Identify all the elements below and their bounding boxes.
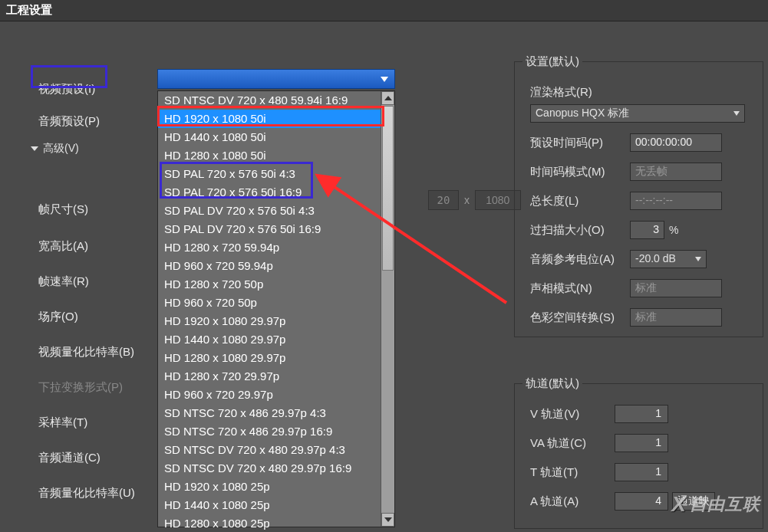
preset-option[interactable]: HD 1280 x 1080 29.97p xyxy=(158,349,381,367)
preset-option[interactable]: SD NTSC 720 x 486 29.97p 16:9 xyxy=(158,422,381,441)
preset-option[interactable]: HD 1280 x 1080 25p xyxy=(158,514,381,532)
advanced-label: 高级(V) xyxy=(43,142,79,156)
watermark-x-icon: X xyxy=(671,492,687,517)
colorspace-label: 色彩空间转换(S) xyxy=(530,310,630,325)
advanced-toggle[interactable]: 高级(V) xyxy=(31,142,79,156)
overscan-unit: % xyxy=(669,224,678,236)
field-order-label[interactable]: 场序(O) xyxy=(38,304,78,330)
settings-fieldset: 设置(默认) 渲染格式(R) Canopus HQX 标准 预设时间码(P) 0… xyxy=(514,61,763,337)
dropdown-scrollbar[interactable] xyxy=(381,91,394,527)
t-track-input[interactable]: 1 xyxy=(615,463,668,481)
width-input[interactable]: 20 xyxy=(428,190,459,210)
arrow-down-icon xyxy=(384,517,392,522)
video-preset-dropdown[interactable] xyxy=(157,69,395,89)
pulldown-label: 下拉变换形式(P) xyxy=(38,374,123,401)
preset-option[interactable]: HD 1280 x 720 59.94p xyxy=(158,238,381,257)
settings-legend: 设置(默认) xyxy=(522,54,582,69)
frame-rate-label[interactable]: 帧速率(R) xyxy=(38,268,89,295)
annotation-highlight-red xyxy=(157,106,384,126)
preset-timecode-label: 预设时间码(P) xyxy=(530,136,630,150)
a-track-input[interactable]: 4 xyxy=(615,492,668,511)
annotation-highlight-blue-2 xyxy=(160,162,313,199)
watermark-text: 自由互联 xyxy=(690,493,760,516)
watermark: X 自由互联 xyxy=(671,492,760,517)
preset-option[interactable]: HD 960 x 720 29.97p xyxy=(158,386,381,404)
x-separator: x xyxy=(464,194,470,206)
frame-size-label[interactable]: 帧尺寸(S) xyxy=(38,196,88,223)
sample-rate-label[interactable]: 采样率(T) xyxy=(38,409,87,436)
video-bitrate-label[interactable]: 视频量化比特率(B) xyxy=(38,339,134,366)
preset-option[interactable]: SD NTSC 720 x 486 29.97p 4:3 xyxy=(158,404,381,422)
preset-option[interactable]: SD NTSC DV 720 x 480 29.97p 16:9 xyxy=(158,459,381,478)
annotation-highlight-blue xyxy=(31,65,107,88)
preset-option[interactable]: SD NTSC DV 720 x 480 29.97p 4:3 xyxy=(158,441,381,459)
total-length-label: 总长度(L) xyxy=(530,194,630,209)
preset-option[interactable]: HD 1440 x 1080 29.97p xyxy=(158,330,381,349)
caret-down-icon xyxy=(31,146,38,151)
audio-bitrate-label[interactable]: 音频量化比特率(U) xyxy=(38,480,135,507)
render-format-label: 渲染格式(R) xyxy=(530,85,630,100)
preset-option[interactable]: HD 1920 x 1080 25p xyxy=(158,478,381,496)
va-track-label: VA 轨道(C) xyxy=(530,436,615,451)
window-title: 工程设置 xyxy=(0,0,768,21)
scroll-thumb[interactable] xyxy=(382,106,394,271)
a-track-label: A 轨道(A) xyxy=(530,494,615,509)
total-length-value: --:--:--:-- xyxy=(630,192,722,210)
arrow-up-icon xyxy=(384,96,392,100)
preset-dropdown-list: SD NTSC DV 720 x 480 59.94i 16:9HD 1920 … xyxy=(157,90,395,527)
overscan-input[interactable]: 3 xyxy=(630,221,664,239)
preset-option[interactable]: HD 1440 x 1080 25p xyxy=(158,496,381,514)
tc-mode-value: 无丢帧 xyxy=(630,163,722,181)
overscan-label: 过扫描大小(O) xyxy=(530,223,630,238)
v-track-label: V 轨道(V) xyxy=(530,407,615,422)
scroll-up-button[interactable] xyxy=(381,91,394,105)
v-track-input[interactable]: 1 xyxy=(615,405,668,423)
audio-ref-select[interactable]: -20.0 dB xyxy=(630,250,707,268)
preset-option[interactable]: HD 960 x 720 50p xyxy=(158,294,381,312)
tracks-legend: 轨道(默认) xyxy=(522,376,582,391)
pan-mode-label: 声相模式(N) xyxy=(530,281,630,296)
tc-mode-label: 时间码模式(M) xyxy=(530,165,630,179)
audio-preset-label[interactable]: 音频预设(P) xyxy=(38,108,100,135)
audio-channel-label[interactable]: 音频通道(C) xyxy=(38,445,101,471)
frame-size-inputs: 20 x 1080 xyxy=(426,190,523,210)
va-track-input[interactable]: 1 xyxy=(615,434,668,452)
aspect-ratio-label[interactable]: 宽高比(A) xyxy=(38,233,88,260)
preset-option[interactable]: HD 1440 x 1080 50i xyxy=(158,128,381,146)
t-track-label: T 轨道(T) xyxy=(530,465,615,480)
scroll-down-button[interactable] xyxy=(381,513,394,527)
preset-option[interactable]: HD 1280 x 720 50p xyxy=(158,275,381,294)
render-format-select[interactable]: Canopus HQX 标准 xyxy=(530,104,745,123)
colorspace-value: 标准 xyxy=(630,308,722,327)
preset-option[interactable]: HD 960 x 720 59.94p xyxy=(158,257,381,275)
preset-option[interactable]: SD PAL DV 720 x 576 50i 16:9 xyxy=(158,220,381,238)
audio-ref-label: 音频参考电位(A) xyxy=(530,252,630,267)
preset-option[interactable]: HD 1280 x 720 29.97p xyxy=(158,367,381,386)
preset-timecode-input[interactable]: 00:00:00:00 xyxy=(630,133,722,152)
pan-mode-value: 标准 xyxy=(630,279,722,297)
preset-option[interactable]: HD 1920 x 1080 29.97p xyxy=(158,312,381,330)
preset-option[interactable]: SD PAL DV 720 x 576 50i 4:3 xyxy=(158,202,381,220)
